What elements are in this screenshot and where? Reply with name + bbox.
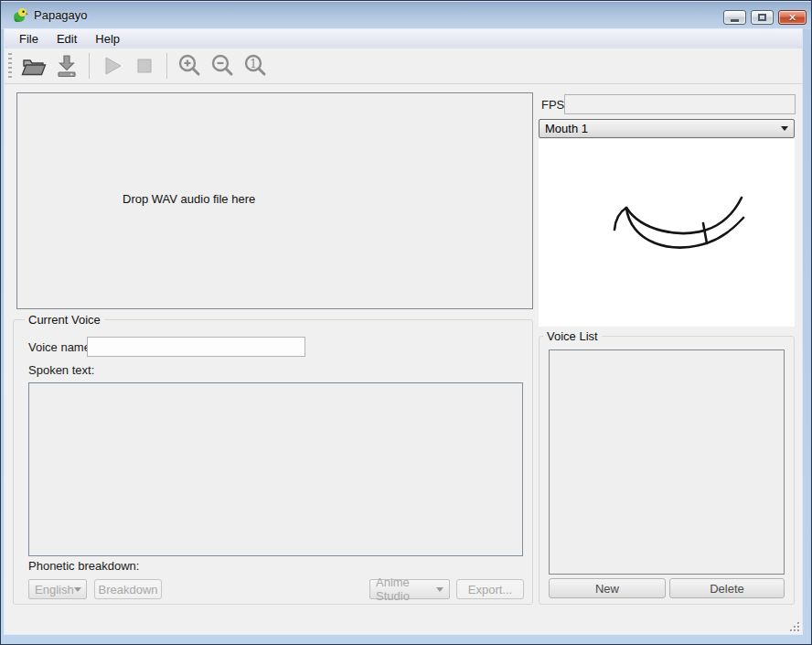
parrot-icon (13, 7, 28, 23)
toolbar-separator (89, 53, 90, 79)
zoom-out-icon (208, 51, 237, 81)
export-target-selected: Anime Studio (376, 575, 436, 603)
export-button[interactable]: Export... (456, 579, 524, 599)
minimize-icon (731, 19, 739, 22)
mouth-smile-drawing (539, 139, 795, 327)
voice-list-box[interactable] (549, 349, 785, 575)
resize-grip[interactable] (788, 620, 801, 633)
spoken-text-label: Spoken text: (28, 363, 94, 377)
current-voice-group: Current Voice Voice name: Spoken text: P… (13, 319, 533, 605)
voice-name-input[interactable] (87, 337, 305, 357)
language-dropdown[interactable]: English (28, 579, 87, 599)
voice-list-title: Voice List (543, 329, 602, 343)
menu-bar: File Edit Help (5, 29, 802, 48)
window-title: Papagayo (34, 8, 88, 22)
language-selected: English (35, 583, 74, 597)
voice-name-label: Voice name: (28, 340, 94, 354)
toolbar-separator (166, 53, 167, 79)
open-file-button[interactable] (17, 50, 50, 81)
mouth-set-dropdown[interactable]: Mouth 1 (539, 119, 795, 138)
breakdown-button[interactable]: Breakdown (94, 579, 162, 599)
svg-text:1: 1 (250, 58, 257, 70)
save-audio-button[interactable] (50, 50, 83, 81)
delete-voice-button[interactable]: Delete (669, 578, 785, 598)
play-button[interactable] (95, 50, 128, 81)
fps-input[interactable] (564, 94, 796, 114)
current-voice-title: Current Voice (25, 313, 104, 327)
stop-button[interactable] (128, 50, 161, 81)
menu-file[interactable]: File (10, 30, 48, 48)
mouth-set-selected: Mouth 1 (545, 122, 588, 135)
menu-help[interactable]: Help (86, 30, 129, 48)
chevron-down-icon (436, 587, 443, 592)
drop-hint-text: Drop WAV audio file here (123, 192, 255, 206)
open-folder-icon (19, 51, 48, 81)
play-icon (97, 51, 126, 81)
zoom-out-button[interactable] (206, 50, 239, 81)
chevron-down-icon (74, 587, 81, 592)
chevron-down-icon (781, 126, 788, 131)
toolbar: 1 (5, 48, 802, 84)
close-button[interactable]: ✕ (778, 10, 807, 25)
export-target-dropdown[interactable]: Anime Studio (369, 579, 450, 599)
stop-icon (130, 51, 159, 81)
new-voice-button[interactable]: New (549, 578, 666, 598)
waveform-drop-panel[interactable]: Drop WAV audio file here (16, 92, 533, 309)
spoken-text-area[interactable] (28, 382, 523, 556)
zoom-in-button[interactable] (173, 50, 206, 81)
maximize-icon (758, 14, 766, 21)
window-controls: ✕ (723, 10, 807, 25)
phonetic-breakdown-label: Phonetic breakdown: (28, 559, 139, 573)
zoom-reset-button[interactable]: 1 (239, 50, 272, 81)
zoom-one-to-one-icon: 1 (240, 51, 270, 81)
minimize-button[interactable] (723, 10, 746, 25)
toolbar-drag-handle[interactable] (8, 53, 12, 79)
zoom-in-icon (175, 51, 204, 81)
client-area: File Edit Help (5, 29, 802, 634)
menu-edit[interactable]: Edit (48, 30, 86, 48)
mouth-preview (539, 139, 795, 327)
close-icon: ✕ (779, 12, 806, 24)
app-window: Papagayo ✕ File Edit Help (0, 0, 812, 645)
titlebar[interactable]: Papagayo ✕ (1, 1, 811, 29)
voice-list-group: Voice List New Delete (539, 336, 795, 605)
maximize-button[interactable] (751, 10, 774, 25)
download-arrow-icon (52, 51, 81, 81)
